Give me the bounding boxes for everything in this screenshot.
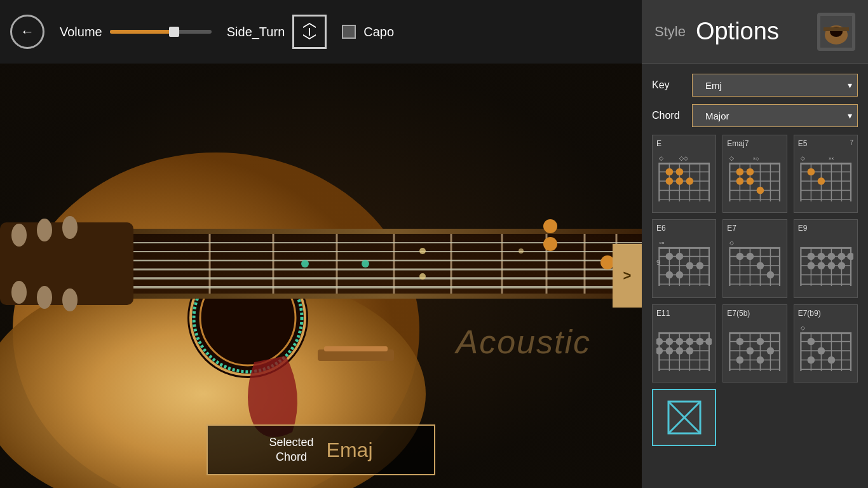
chord-card-E6[interactable]: E6 ×× (652, 219, 716, 297)
key-dropdown[interactable]: Emj Am C D G F ▾ (692, 74, 858, 97)
main-area: ← Volume Side_Turn Capo (0, 0, 642, 488)
volume-slider[interactable] (110, 30, 212, 34)
side-turn-button[interactable] (292, 15, 327, 49)
svg-point-115 (666, 271, 674, 279)
chord-diagram-E9 (798, 235, 853, 293)
svg-point-63 (676, 177, 684, 185)
chord-diagram-E7-b9: ◇ (798, 320, 853, 378)
svg-rect-2 (309, 28, 310, 36)
selected-chord-value: Emaj (327, 438, 373, 462)
svg-rect-192 (801, 332, 851, 334)
svg-point-151 (827, 262, 835, 270)
svg-text:◇: ◇ (730, 240, 735, 246)
svg-point-166 (676, 337, 684, 345)
chord-name-E7-b9: E7(b9) (798, 309, 853, 318)
guitar-area: Acoustic > SelectedChord Emaj (0, 64, 642, 488)
chord-name-E9: E9 (798, 224, 853, 233)
svg-point-203 (807, 337, 815, 345)
svg-point-146 (827, 253, 835, 261)
chord-card-E7-b9[interactable]: E7(b9) ◇ (794, 304, 858, 383)
chord-card-empty[interactable] (652, 389, 716, 446)
chord-diagram-E7-5b (727, 320, 782, 378)
chord-name-E11: E11 (656, 309, 712, 318)
panel-content: Key Emj Am C D G F ▾ Chord Major Minor (642, 64, 868, 488)
chord-card-E[interactable]: E ◇ ◇◇ (652, 135, 716, 213)
svg-point-80 (736, 177, 744, 185)
svg-rect-118 (730, 247, 780, 249)
selected-chord-label: SelectedChord (269, 435, 314, 465)
svg-point-173 (686, 347, 694, 355)
chord-name-E7: E7 (727, 224, 782, 233)
panel-style-label: Style (654, 24, 686, 40)
fret-dot-1 (543, 219, 557, 233)
svg-point-150 (817, 262, 825, 270)
svg-point-168 (696, 337, 704, 345)
right-panel: Style Options Key Emj Am C D G F (642, 0, 868, 488)
chord-card-E7-5b[interactable]: E7(5b) (722, 304, 787, 383)
svg-point-149 (807, 262, 815, 270)
chord-label: Chord (652, 110, 687, 121)
fret-dot-2 (543, 237, 557, 251)
svg-point-130 (747, 253, 754, 261)
side-turn-icon (298, 20, 321, 43)
empty-chord-icon (665, 398, 703, 437)
chord-diagram-E6: ×× 9 (656, 235, 712, 293)
svg-point-29 (362, 260, 369, 268)
svg-rect-153 (659, 332, 709, 334)
svg-point-147 (837, 253, 845, 261)
svg-point-114 (696, 262, 704, 270)
chord-select[interactable]: Major Minor 7th Maj7 Sus2 Sus4 (699, 105, 851, 126)
capo-checkbox[interactable] (342, 25, 356, 39)
capo-section: Capo (342, 25, 394, 39)
svg-point-171 (666, 347, 674, 355)
chord-card-E5[interactable]: E57 ◇ ×× (794, 135, 858, 213)
svg-rect-67 (730, 163, 780, 165)
svg-point-187 (747, 347, 754, 355)
chord-card-E11[interactable]: E11 (652, 304, 716, 383)
back-button[interactable]: ← (10, 15, 44, 49)
svg-text:9: 9 (656, 258, 660, 266)
chord-row: Chord Major Minor 7th Maj7 Sus2 Sus4 ▾ (652, 104, 858, 127)
volume-slider-thumb (169, 27, 179, 37)
svg-rect-133 (801, 247, 851, 249)
chord-card-E9[interactable]: E9 (794, 219, 858, 297)
svg-point-172 (676, 347, 684, 355)
svg-rect-46 (824, 27, 849, 31)
svg-rect-34 (324, 346, 388, 351)
chord-name-E7-5b: E7(5b) (727, 309, 782, 318)
chord-diagram-E5: ◇ ×× (798, 151, 853, 208)
panel-thumbnail (817, 13, 855, 51)
svg-point-116 (676, 271, 684, 279)
svg-point-30 (419, 248, 426, 254)
svg-point-167 (686, 337, 694, 345)
chord-dropdown[interactable]: Major Minor 7th Maj7 Sus2 Sus4 ▾ (692, 104, 858, 127)
key-select[interactable]: Emj Am C D G F (699, 74, 851, 96)
chord-card-Emaj7[interactable]: Emaj7 ◇ ×◇ (722, 135, 787, 213)
side-turn-section: Side_Turn (227, 15, 327, 49)
svg-point-40 (11, 281, 27, 304)
svg-text:×◇: ×◇ (753, 156, 759, 161)
svg-point-97 (817, 177, 825, 185)
selected-chord-box: SelectedChord Emaj (207, 424, 435, 475)
svg-point-205 (807, 356, 815, 363)
svg-point-79 (747, 168, 754, 176)
svg-rect-85 (801, 163, 851, 165)
svg-point-129 (736, 253, 744, 261)
side-arrow-button[interactable]: > (613, 244, 642, 308)
svg-point-170 (656, 347, 663, 355)
chord-diagram-Emaj7: ◇ ×◇ (727, 151, 782, 208)
panel-header: Style Options (642, 0, 868, 64)
svg-text:◇: ◇ (730, 155, 735, 161)
svg-point-81 (747, 177, 754, 185)
svg-point-64 (686, 177, 694, 185)
svg-point-82 (757, 187, 764, 194)
panel-options-label: Options (696, 18, 779, 45)
key-label: Key (652, 79, 687, 91)
svg-point-61 (676, 168, 684, 176)
svg-point-32 (519, 248, 524, 254)
svg-point-185 (736, 337, 744, 345)
chord-grid: E ◇ ◇◇ (652, 135, 858, 446)
svg-point-164 (656, 337, 663, 345)
chord-card-E7[interactable]: E7 ◇ (722, 219, 787, 297)
volume-section: Volume (60, 25, 212, 39)
